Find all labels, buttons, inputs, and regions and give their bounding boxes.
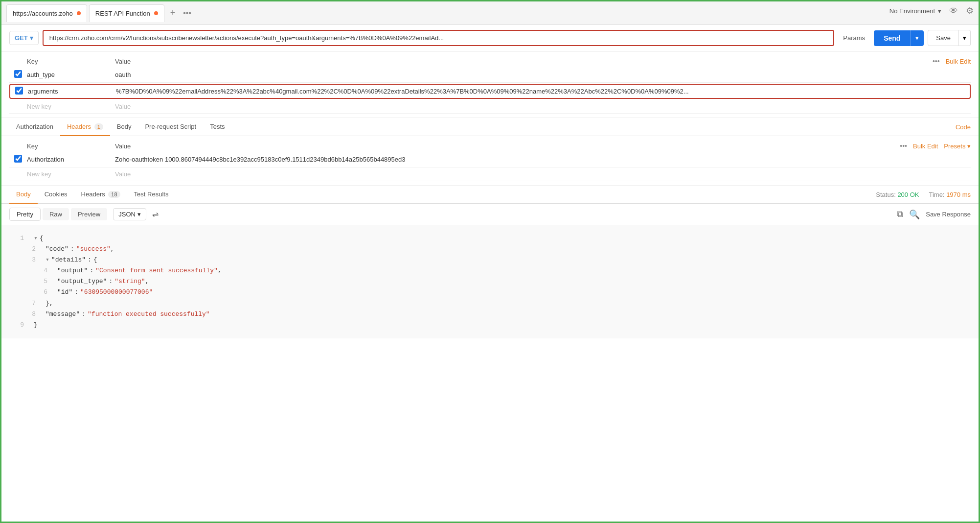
save-button[interactable]: Save [928,30,959,46]
params-value-header: Value [115,58,933,65]
response-status: Status: 200 OK Time: 1970 ms [876,191,971,198]
copy-icon[interactable]: ⧉ [897,209,903,219]
header-new-key: New key [27,170,115,178]
headers-section: Key Value ••• Bulk Edit Presets ▾ Author… [1,136,979,186]
param-auth-type-checkbox[interactable] [14,70,22,78]
params-button[interactable]: Params [838,31,870,45]
eye-icon[interactable]: 👁 [949,6,958,16]
sub-tab-prerequest[interactable]: Pre-request Script [138,118,203,136]
url-input[interactable] [43,30,835,46]
env-chevron-icon: ▾ [938,7,941,15]
headers-bulk-edit-button[interactable]: Bulk Edit [913,143,938,150]
json-line-4: 4 "output" : "Consent form sent successf… [9,265,971,276]
format-json-select[interactable]: JSON ▾ [113,208,146,220]
param-auth-type-value: oauth [115,71,971,78]
response-tabs-bar: Body Cookies Headers 18 Test Results Sta… [1,186,979,204]
sub-tab-authorization[interactable]: Authorization [9,118,60,136]
response-tab-test-results[interactable]: Test Results [127,186,176,204]
send-button[interactable]: Send [874,30,910,46]
json-line-3: 3 ▾ "details" : { [9,255,971,265]
send-dropdown-button[interactable]: ▾ [910,30,924,46]
params-section: Key Value ••• Bulk Edit auth_type oauth … [1,51,979,118]
method-chevron-icon: ▾ [30,34,33,42]
collapse-arrow-3[interactable]: ▾ [46,255,49,265]
json-line-2: 2 "code" : "success", [9,244,971,255]
env-selector[interactable]: No Environment ▾ [889,7,941,15]
sub-tabs: Authorization Headers 1 Body Pre-request… [1,118,979,136]
params-more-button[interactable]: ••• [933,57,940,65]
time-label: Time: 1970 ms [929,191,971,198]
tab-accounts[interactable]: https://accounts.zoho [6,4,87,22]
tab-add-button[interactable]: + [166,6,180,20]
header-row-authorization: Authorization Zoho-oauthtoken 1000.86074… [9,152,971,167]
headers-presets-button[interactable]: Presets ▾ [944,143,971,150]
method-label: GET [15,34,28,42]
headers-key-header: Key [27,143,115,150]
response-headers-badge: 18 [108,191,120,198]
header-authorization-value: Zoho-oauthtoken 1000.8607494449c8bc1e392… [115,156,971,163]
param-new-value: Value [115,103,971,110]
json-line-7: 7 }, [9,298,971,309]
format-chevron-icon: ▾ [137,211,141,218]
format-actions: ⧉ 🔍 Save Response [897,209,971,220]
param-arguments-checkbox[interactable] [15,87,23,95]
search-icon[interactable]: 🔍 [909,209,920,220]
headers-more-button[interactable]: ••• [900,142,907,150]
time-value: 1970 ms [946,191,971,198]
json-line-5: 5 "output_type" : "string", [9,276,971,287]
params-table-header: Key Value ••• Bulk Edit [9,55,971,67]
header-authorization-checkbox[interactable] [14,155,22,163]
save-response-button[interactable]: Save Response [926,211,971,218]
sub-tab-headers[interactable]: Headers 1 [60,118,110,136]
sub-tab-tests[interactable]: Tests [203,118,231,136]
response-tab-cookies[interactable]: Cookies [38,186,74,204]
status-label: Status: 200 OK [876,191,919,198]
header-new-row: New key Value [9,167,971,181]
param-row-auth-type: auth_type oauth [9,67,971,83]
save-button-group: Save ▾ [928,30,971,46]
header-new-value: Value [115,170,971,178]
json-viewer: 1 ▾ { 2 "code" : "success", 3 ▾ "details… [1,225,979,338]
tab-accounts-dot [77,11,81,15]
json-line-9: 9 } [9,320,971,331]
format-tab-raw[interactable]: Raw [43,208,69,220]
param-new-key: New key [27,103,115,110]
save-dropdown-button[interactable]: ▾ [959,30,971,46]
json-line-8: 8 "message" : "function executed success… [9,309,971,320]
headers-badge: 1 [94,123,103,130]
response-tab-body[interactable]: Body [9,186,38,204]
headers-table-header: Key Value ••• Bulk Edit Presets ▾ [9,140,971,152]
param-row-arguments: arguments %7B%0D%0A%09%22emailAddress%22… [9,84,971,99]
json-line-1: 1 ▾ { [9,233,971,244]
tab-more-button[interactable]: ••• [179,7,195,20]
tab-rest-api[interactable]: REST API Function [89,4,164,22]
method-selector[interactable]: GET ▾ [9,31,39,45]
tab-accounts-label: https://accounts.zoho [13,10,73,17]
tab-bar: https://accounts.zoho REST API Function … [1,1,979,25]
status-value: 200 OK [897,191,919,198]
json-line-6: 6 "id" : "63095000000077006" [9,287,971,298]
format-tab-preview[interactable]: Preview [71,208,107,220]
format-json-label: JSON [118,211,136,218]
code-button[interactable]: Code [956,123,971,131]
wrap-icon[interactable]: ⇌ [152,210,159,219]
tab-rest-api-label: REST API Function [95,10,150,17]
env-label: No Environment [889,7,935,15]
collapse-arrow-1[interactable]: ▾ [34,233,38,244]
response-tab-headers[interactable]: Headers 18 [74,186,127,204]
param-arguments-key: arguments [28,88,116,95]
env-bar: No Environment ▾ 👁 ⚙ [889,5,974,16]
gear-icon[interactable]: ⚙ [966,5,974,16]
param-new-row: New key Value [9,100,971,114]
send-button-group: Send ▾ [874,30,924,46]
tab-rest-api-dot [154,11,158,15]
params-key-header: Key [27,58,115,65]
params-bulk-edit-button[interactable]: Bulk Edit [946,58,971,65]
format-tab-pretty[interactable]: Pretty [9,208,41,221]
format-tabs-bar: Pretty Raw Preview JSON ▾ ⇌ ⧉ 🔍 Save Res… [1,204,979,225]
param-auth-type-key: auth_type [27,71,115,78]
headers-value-header: Value [115,143,900,150]
sub-tab-body[interactable]: Body [110,118,138,136]
header-authorization-key: Authorization [27,156,115,163]
url-bar: GET ▾ Params Send ▾ Save ▾ [1,25,979,51]
